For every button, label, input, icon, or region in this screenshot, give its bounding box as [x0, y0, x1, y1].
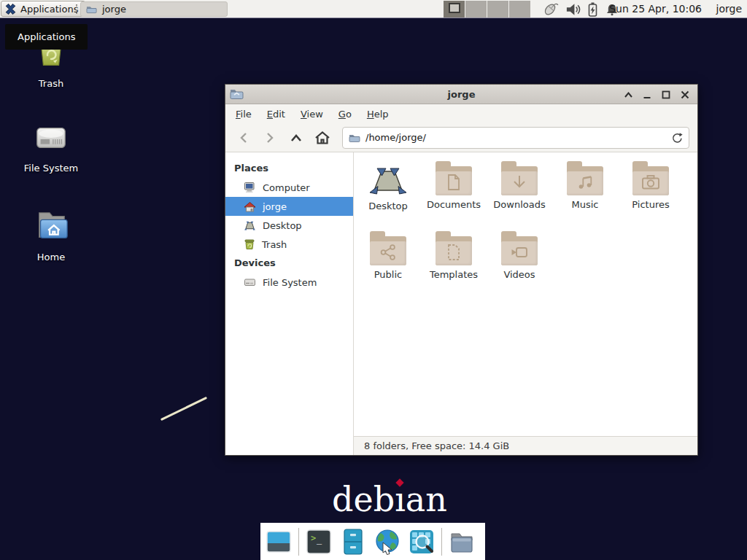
svg-text:_: _: [317, 534, 322, 545]
debian-i-diamond: ı: [395, 480, 406, 519]
top-panel: Applications jorge Sun 25 Apr, 10:06 jor…: [0, 0, 747, 18]
videos-folder-icon: [501, 236, 538, 265]
shade-button[interactable]: [622, 88, 635, 101]
applications-menu-button[interactable]: Applications: [1, 1, 85, 17]
file-manager-window: jorge File Edit View Go Help: [225, 84, 698, 456]
workspace-switcher[interactable]: [444, 1, 531, 18]
window-controls: [622, 85, 692, 104]
folder-pictures[interactable]: Pictures: [618, 161, 684, 231]
file-grid: Desktop Documents Downloads: [354, 152, 697, 436]
location-bar[interactable]: /home/jorge/: [342, 127, 689, 149]
workspace-1[interactable]: [444, 1, 465, 18]
statusbar: 8 folders, Free space: 14.4 GiB: [354, 436, 697, 455]
folder-desktop[interactable]: Desktop: [355, 161, 421, 231]
folder-videos[interactable]: Videos: [487, 231, 552, 301]
titlebar[interactable]: jorge: [225, 85, 697, 104]
battery-icon[interactable]: [587, 1, 598, 18]
dock-separator: [441, 528, 442, 556]
minimize-button[interactable]: [640, 88, 654, 101]
applications-menu-label: Applications: [20, 4, 78, 15]
sidebar-item-label: Trash: [262, 239, 287, 250]
folder-public[interactable]: Public: [355, 231, 421, 301]
folder-music[interactable]: Music: [552, 161, 618, 231]
folder-documents[interactable]: Documents: [421, 161, 487, 231]
up-button[interactable]: [286, 128, 306, 147]
back-button[interactable]: [233, 128, 253, 147]
desktop-icon-label: Home: [37, 252, 65, 262]
desktop-workspace-icon: [368, 165, 409, 197]
folder-downloads[interactable]: Downloads: [487, 161, 552, 231]
folder-label: Desktop: [368, 201, 408, 211]
sidebar: Places Computer jorge Desktop: [225, 152, 354, 455]
panel-username[interactable]: jorge: [716, 0, 742, 18]
volume-icon[interactable]: [565, 1, 581, 18]
workspace-3[interactable]: [487, 1, 509, 18]
reload-icon[interactable]: [671, 132, 683, 144]
folder-label: Downloads: [493, 199, 545, 210]
folder-label: Documents: [427, 199, 481, 210]
folder-label: Public: [374, 269, 402, 280]
public-folder-icon: [370, 236, 406, 265]
window-body: Places Computer jorge Desktop: [225, 152, 697, 455]
desktop-icon-label: Trash: [39, 78, 63, 89]
svg-text:>: >: [311, 533, 316, 543]
directory-menu-icon[interactable]: [447, 527, 476, 556]
menu-view[interactable]: View: [301, 109, 323, 120]
pictures-folder-icon: [632, 166, 669, 195]
menu-go[interactable]: Go: [338, 109, 352, 120]
file-manager-icon[interactable]: [338, 527, 368, 556]
desktop-mini-icon: [244, 220, 256, 231]
taskbar-folder-icon: [86, 4, 97, 14]
home-folder-icon: [31, 207, 71, 245]
sidebar-item-desktop[interactable]: Desktop: [225, 216, 353, 235]
desktop-icon-label: File System: [24, 163, 78, 174]
maximize-button[interactable]: [659, 88, 673, 101]
workspace-window-preview: [449, 3, 460, 13]
templates-folder-icon: [436, 236, 472, 265]
hard-drive-icon: [31, 120, 71, 156]
sidebar-item-jorge[interactable]: jorge: [225, 197, 353, 216]
workspace-2[interactable]: [465, 1, 487, 18]
taskbar-window-label: jorge: [102, 4, 126, 15]
desktop-stray-stroke: [160, 397, 207, 421]
panel-clock[interactable]: Sun 25 Apr, 10:06: [609, 0, 702, 18]
mouse-icon[interactable]: [541, 1, 559, 18]
music-folder-icon: [567, 166, 603, 195]
workspace-4[interactable]: [509, 1, 531, 18]
terminal-icon[interactable]: >_: [304, 527, 333, 556]
show-desktop-icon[interactable]: [264, 527, 293, 556]
panel-handle[interactable]: [76, 4, 79, 14]
dock-separator: [298, 528, 299, 556]
pathbar-folder-icon: [349, 133, 360, 143]
web-browser-icon[interactable]: [373, 527, 402, 556]
address-text[interactable]: /home/jorge/: [365, 132, 426, 143]
applications-tooltip: Applications: [5, 24, 88, 50]
application-finder-icon[interactable]: [407, 527, 436, 556]
sidebar-item-computer[interactable]: Computer: [225, 178, 353, 197]
bottom-dock: >_: [260, 523, 485, 560]
desktop-icon-home[interactable]: Home: [6, 207, 96, 262]
sidebar-devices-header: Devices: [225, 254, 353, 273]
folder-label: Templates: [430, 269, 478, 280]
home-button[interactable]: [312, 128, 332, 147]
sidebar-item-label: File System: [263, 277, 317, 288]
sidebar-item-label: Desktop: [263, 220, 302, 231]
drive-mini-icon: [244, 277, 256, 287]
home-icon: [244, 201, 256, 212]
trash-mini-icon: [244, 238, 255, 250]
folder-templates[interactable]: Templates: [421, 231, 487, 301]
menu-file[interactable]: File: [236, 109, 252, 120]
menubar: File Edit View Go Help: [225, 104, 697, 123]
desktop-icon-file-system[interactable]: File System: [6, 120, 96, 174]
close-button[interactable]: [678, 88, 692, 101]
sidebar-item-trash[interactable]: Trash: [225, 235, 353, 254]
menu-edit[interactable]: Edit: [267, 109, 285, 120]
main-pane: Desktop Documents Downloads: [354, 152, 697, 455]
toolbar: /home/jorge/: [225, 123, 697, 152]
sidebar-item-file-system[interactable]: File System: [225, 273, 353, 292]
menu-help[interactable]: Help: [367, 109, 389, 120]
folder-label: Music: [572, 199, 599, 210]
debian-wordmark: debıan: [332, 480, 447, 519]
forward-button[interactable]: [260, 128, 279, 147]
taskbar-window-button[interactable]: jorge: [80, 1, 228, 17]
